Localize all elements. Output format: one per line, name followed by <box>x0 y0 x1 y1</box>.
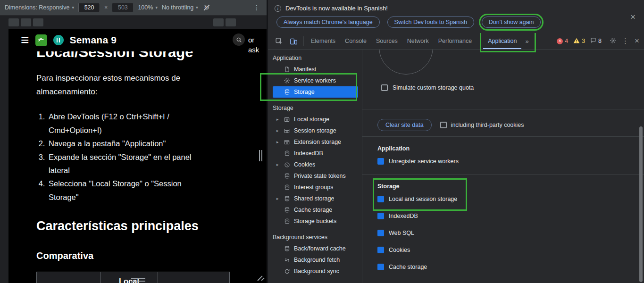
media-query-segment[interactable] <box>226 18 236 26</box>
checked-checkbox-cookies[interactable] <box>377 247 384 253</box>
resize-handle-corner[interactable] <box>256 275 264 282</box>
sidebar-item-background-sync[interactable]: Background sync <box>273 266 358 277</box>
database-icon <box>283 206 291 214</box>
sidebar-item-back-forward-cache[interactable]: Back/forward cache <box>273 243 358 254</box>
sidebar-item-extension-storage[interactable]: ▸Extension storage <box>273 136 358 148</box>
search-icon[interactable] <box>233 33 245 46</box>
tab-strip: ElementsConsoleSourcesNetworkPerformance… <box>306 33 533 49</box>
sidebar-item-shared-storage[interactable]: ▸Shared storage <box>273 193 358 204</box>
device-emulation-pane: Dimensions: Responsive ▾ × 100% ▾ No thr… <box>0 0 267 283</box>
rotate-device-icon[interactable]: ↻ <box>202 3 211 12</box>
checked-checkbox-web-sql[interactable] <box>377 230 384 236</box>
infobar-message: DevTools is now available in Spanish! <box>285 5 388 12</box>
checkbox-row: Cookies <box>377 247 644 253</box>
database-icon <box>283 217 291 225</box>
sidebar-item-manifest[interactable]: Manifest <box>273 64 358 75</box>
search-widget[interactable]: or ask <box>233 33 264 54</box>
expand-arrow-icon[interactable]: ▸ <box>276 128 283 133</box>
sidebar-item-storage[interactable]: Storage <box>273 86 358 98</box>
issues-icon <box>590 37 596 45</box>
sidebar-item-label: Background sync <box>294 268 339 275</box>
sidebar-item-label: Shared storage <box>294 195 334 202</box>
emulated-page-body: Local/Session Storage Para inspeccionar … <box>8 51 267 283</box>
application-sidebar-tree: ApplicationManifestService workersStorag… <box>268 52 362 277</box>
width-input[interactable] <box>78 3 100 12</box>
document-icon <box>283 66 291 73</box>
sidebar-item-label: Service workers <box>294 77 336 84</box>
sidebar-item-cookies[interactable]: ▸Cookies <box>273 159 358 170</box>
tab-performance[interactable]: Performance <box>434 33 477 49</box>
expand-arrow-icon[interactable]: ▸ <box>276 162 283 167</box>
vertical-scrollbar[interactable] <box>639 126 643 282</box>
pause-button[interactable] <box>53 35 64 45</box>
sidebar-item-private-state-tokens[interactable]: Private state tokens <box>273 170 358 182</box>
dimensions-select[interactable]: Dimensions: Responsive ▾ <box>5 4 74 11</box>
expand-arrow-icon[interactable]: ▸ <box>276 196 283 201</box>
media-query-segment[interactable] <box>8 18 19 26</box>
throttling-select[interactable]: No throttling ▾ <box>162 4 198 11</box>
error-badge[interactable]: × 4 <box>557 33 568 49</box>
checked-checkbox-local-and-session-storage[interactable] <box>377 196 384 202</box>
sidebar-item-label: Storage <box>294 89 315 95</box>
infobar-button-switch-devtools-to-spanish[interactable]: Switch DevTools to Spanish <box>387 17 474 28</box>
zoom-select[interactable]: 100% ▾ <box>138 4 158 11</box>
hamburger-menu-icon[interactable]: ≡ <box>21 33 29 47</box>
sidebar-item-interest-groups[interactable]: Interest groups <box>273 182 358 193</box>
devtools-close-icon[interactable]: × <box>632 33 644 49</box>
devtools-more-icon[interactable]: ⋮ <box>619 33 632 49</box>
application-clear-group: Application Unregister service workers <box>362 137 644 175</box>
tab-sources[interactable]: Sources <box>371 33 402 49</box>
checked-checkbox-indexeddb[interactable] <box>377 213 384 219</box>
unchecked-checkbox[interactable] <box>381 84 388 91</box>
inspect-element-icon[interactable] <box>272 33 286 49</box>
tab-console[interactable]: Console <box>340 33 371 49</box>
sidebar-item-cache-storage[interactable]: Cache storage <box>273 204 358 216</box>
infobar-close-icon[interactable]: × <box>630 12 636 21</box>
storage-clear-list: Local and session storageIndexedDBWeb SQ… <box>377 196 644 270</box>
database-icon <box>283 183 291 191</box>
checkbox-label: IndexedDB <box>389 213 418 219</box>
more-tabs-chevron[interactable]: » <box>521 33 532 49</box>
resize-handle-bottom[interactable] <box>131 278 145 282</box>
checked-checkbox-unregister-service-workers[interactable] <box>377 158 384 165</box>
instruction-steps: Abre DevTools (F12 o Ctrl+Shift+I / Cmd+… <box>36 110 207 204</box>
sidebar-item-label: Cache storage <box>294 207 332 213</box>
sidebar-item-local-storage[interactable]: ▸Local storage <box>273 114 358 125</box>
splitter-drag-handle[interactable] <box>259 150 262 161</box>
checked-checkbox-cache-storage[interactable] <box>377 264 384 270</box>
clear-site-data-button[interactable]: Clear site data <box>377 119 432 131</box>
device-toolbar-toggle-icon[interactable] <box>286 33 301 49</box>
media-query-segment[interactable] <box>33 18 43 26</box>
throttling-value: No throttling <box>162 4 193 11</box>
unchecked-checkbox[interactable] <box>440 122 447 128</box>
device-toolbar-more-icon[interactable]: ⋮ <box>251 4 262 11</box>
site-logo[interactable] <box>35 34 47 46</box>
sidebar-item-indexeddb[interactable]: IndexedDB <box>273 148 358 159</box>
media-query-strip <box>0 16 267 29</box>
sidebar-item-service-workers[interactable]: Service workers <box>273 75 358 86</box>
sidebar-item-background-fetch[interactable]: Background fetch <box>273 254 358 266</box>
device-toolbar: Dimensions: Responsive ▾ × 100% ▾ No thr… <box>0 0 267 16</box>
expand-arrow-icon[interactable]: ▸ <box>276 117 283 122</box>
dimensions-label: Dimensions: Responsive <box>5 4 70 11</box>
infobar-button-always-match-chrome-s-language[interactable]: Always match Chrome's language <box>276 17 380 28</box>
clear-site-data-section: Clear site data including third-party co… <box>362 109 644 137</box>
checkbox-row: Web SQL <box>377 230 644 236</box>
sidebar-item-label: Cookies <box>294 161 315 168</box>
sidebar-item-session-storage[interactable]: ▸Session storage <box>273 125 358 136</box>
tab-elements[interactable]: Elements <box>306 33 340 49</box>
tab-network[interactable]: Network <box>402 33 434 49</box>
checkbox-row: IndexedDB <box>377 213 644 219</box>
warning-badge[interactable]: 3 <box>573 33 585 49</box>
infobar-button-don-t-show-again[interactable]: Don't show again <box>482 17 541 28</box>
checkbox-label: including third-party cookies <box>451 122 524 128</box>
expand-arrow-icon[interactable]: ▸ <box>276 140 283 144</box>
media-query-segment[interactable] <box>213 18 224 26</box>
tab-application[interactable]: Application <box>483 33 521 49</box>
issues-badge[interactable]: 8 <box>590 33 602 49</box>
sidebar-item-storage-buckets[interactable]: Storage buckets <box>273 216 358 227</box>
media-query-segment[interactable] <box>21 18 31 26</box>
height-input[interactable] <box>112 3 134 12</box>
settings-gear-icon[interactable] <box>607 33 619 49</box>
instruction-step: Abre DevTools (F12 o Ctrl+Shift+I / Cmd+… <box>47 110 207 137</box>
